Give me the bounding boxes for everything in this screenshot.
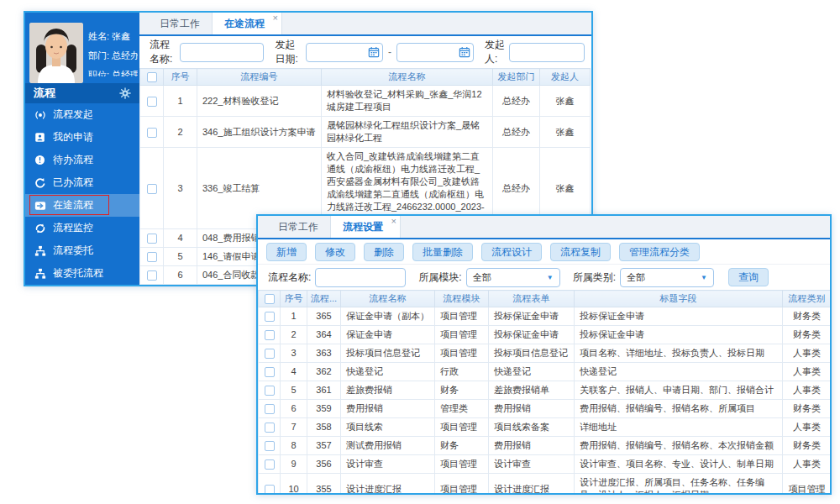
process-settings-window: 日常工作 流程设置 × 新增 修改 删除 批量删除 流程设计 流程复制 管理流程… bbox=[256, 214, 832, 495]
user-info: 姓名: 张鑫 部门: 总经办 职位: 总经理 bbox=[88, 23, 138, 76]
cell-name: 保证金申请 bbox=[341, 326, 435, 344]
checkbox-cell bbox=[140, 148, 164, 229]
select-all-checkbox[interactable] bbox=[265, 294, 275, 304]
gear-icon[interactable] bbox=[119, 87, 131, 99]
cell-name: 保证金申请（副本） bbox=[341, 307, 435, 326]
tab-daily-work[interactable]: 日常工作 bbox=[148, 13, 212, 34]
table-row[interactable]: 6359费用报销管理类费用报销费用报销、报销编号、报销名称、所属项目财务类 bbox=[259, 400, 832, 418]
cell-form: 投标项目信息登记 bbox=[489, 344, 575, 363]
cell-seq: 2 bbox=[164, 117, 197, 148]
process-name-input[interactable] bbox=[315, 268, 406, 287]
calendar-icon[interactable] bbox=[459, 46, 470, 58]
row-checkbox[interactable] bbox=[265, 367, 275, 377]
batch-delete-button[interactable]: 批量删除 bbox=[412, 243, 473, 261]
table-row[interactable]: 4362快递登记行政快递登记快递登记人事类 bbox=[259, 363, 832, 381]
sidebar-item-my-applications[interactable]: 我的申请 bbox=[25, 126, 139, 149]
row-checkbox[interactable] bbox=[147, 128, 157, 138]
category-select[interactable]: 全部 ▼ bbox=[620, 268, 714, 287]
sidebar-section-header: 流程 bbox=[25, 83, 139, 103]
cell-form: 投标保证金申请 bbox=[489, 307, 575, 326]
row-checkbox[interactable] bbox=[265, 423, 275, 433]
row-checkbox[interactable] bbox=[147, 234, 157, 244]
exclamation-circle-icon bbox=[34, 155, 46, 166]
row-checkbox[interactable] bbox=[265, 404, 275, 414]
tab-label: 流程设置 bbox=[343, 220, 383, 234]
row-checkbox[interactable] bbox=[147, 270, 157, 281]
module-label: 所属模块: bbox=[418, 270, 461, 285]
tab-daily-work[interactable]: 日常工作 bbox=[266, 216, 330, 238]
cell-code: 361 bbox=[307, 381, 341, 400]
add-button[interactable]: 新增 bbox=[266, 243, 307, 261]
col-process-code: 流程... bbox=[307, 291, 341, 307]
table-row[interactable]: 5361差旅费报销财务差旅费报销单关联客户、报销人、申请日期、部门、报销合计人事… bbox=[259, 381, 832, 400]
checkbox-cell bbox=[140, 229, 164, 248]
checkbox-cell bbox=[259, 381, 281, 400]
cell-form: 设计进度汇报 bbox=[489, 474, 575, 495]
process-copy-button[interactable]: 流程复制 bbox=[550, 243, 611, 261]
row-checkbox[interactable] bbox=[147, 97, 157, 107]
checkbox-cell bbox=[259, 418, 281, 437]
cell-name: 晟铭园林绿化工程组织设计方案_晟铭园林绿化工程 bbox=[322, 117, 493, 148]
cell-title_fields: 费用报销、报销编号、报销名称、本次报销金额 bbox=[575, 437, 783, 455]
manage-categories-button[interactable]: 管理流程分类 bbox=[619, 243, 700, 261]
close-icon[interactable]: × bbox=[391, 217, 396, 226]
checkbox-cell bbox=[259, 474, 281, 495]
initiator-input[interactable] bbox=[509, 43, 585, 62]
row-checkbox[interactable] bbox=[265, 312, 275, 322]
query-button[interactable]: 查询 bbox=[728, 268, 769, 286]
close-icon[interactable]: × bbox=[273, 13, 278, 23]
search-filters: 流程名称: 发起日期: - bbox=[139, 36, 591, 68]
process-design-button[interactable]: 流程设计 bbox=[481, 243, 542, 261]
cell-code: 222_材料验收登记 bbox=[197, 86, 322, 117]
cell-code: 365 bbox=[307, 307, 341, 326]
process-name-input[interactable] bbox=[180, 43, 264, 62]
sidebar-item-process-initiate[interactable]: 流程发起 bbox=[25, 103, 139, 126]
table-row[interactable]: 1222_材料验收登记材料验收登记_材料采购_张鑫_华润12城房建工程项目总经办… bbox=[140, 86, 591, 117]
delete-button[interactable]: 删除 bbox=[364, 243, 404, 261]
cell-category: 财务类 bbox=[783, 307, 832, 326]
col-process-name: 流程名称 bbox=[322, 69, 493, 86]
row-checkbox[interactable] bbox=[147, 184, 157, 194]
table-row[interactable]: 1365保证金申请（副本）项目管理投标保证金申请投标保证金申请财务类 bbox=[259, 307, 832, 326]
row-checkbox[interactable] bbox=[147, 252, 157, 262]
edit-button[interactable]: 修改 bbox=[315, 243, 355, 261]
sidebar-item-todo-processes[interactable]: 待办流程 bbox=[25, 149, 139, 171]
checkbox-cell bbox=[259, 437, 281, 455]
table-row[interactable]: 7358项目线索项目管理项目线索备案详细地址人事类 bbox=[259, 418, 832, 437]
select-all-checkbox[interactable] bbox=[147, 72, 157, 82]
sidebar-item-process-monitor[interactable]: 流程监控 bbox=[25, 217, 139, 239]
row-checkbox[interactable] bbox=[265, 459, 275, 470]
table-row[interactable]: 9356设计审查项目管理设计审查设计审查、项目名称、专业、设计人、制单日期人事类 bbox=[259, 455, 832, 474]
sidebar-item-done-processes[interactable]: 已办流程 bbox=[25, 171, 139, 194]
row-checkbox[interactable] bbox=[265, 349, 275, 359]
module-select[interactable]: 全部 ▼ bbox=[466, 268, 560, 287]
row-checkbox[interactable] bbox=[265, 441, 275, 451]
tab-in-transit[interactable]: 在途流程 × bbox=[212, 13, 282, 34]
cell-module: 项目管理 bbox=[435, 455, 489, 474]
sidebar-item-delegated-processes[interactable]: 被委托流程 bbox=[25, 262, 139, 285]
row-checkbox[interactable] bbox=[265, 386, 275, 396]
table-row[interactable]: 10355设计进度汇报项目管理设计进度汇报设计进度汇报、所属项目、任务名称、任务… bbox=[259, 474, 832, 495]
process-settings-table: 序号 流程... 流程名称 流程模块 流程表单 标题字段 流程类别 1365保证… bbox=[258, 290, 832, 495]
cell-code: 358 bbox=[307, 418, 341, 437]
calendar-icon[interactable] bbox=[368, 46, 380, 58]
select-all-cell bbox=[140, 69, 164, 86]
cell-seq: 4 bbox=[281, 363, 307, 381]
table-row[interactable]: 2364保证金申请项目管理投标保证金申请投标保证金申请财务类 bbox=[259, 326, 832, 344]
row-checkbox[interactable] bbox=[265, 485, 275, 495]
cell-seq: 3 bbox=[164, 148, 197, 229]
table-row[interactable]: 8357测试费用报销财务费用报销费用报销、报销编号、报销名称、本次报销金额财务类 bbox=[259, 437, 832, 455]
row-checkbox[interactable] bbox=[265, 330, 275, 340]
sidebar-item-in-transit-processes[interactable]: 在途流程 bbox=[25, 194, 139, 217]
table-row[interactable]: 3363投标项目信息登记项目管理投标项目信息登记项目名称、详细地址、投标负责人、… bbox=[259, 344, 832, 363]
cell-module: 行政 bbox=[435, 363, 489, 381]
sidebar-item-process-delegate[interactable]: 流程委托 bbox=[25, 239, 139, 262]
sidebar-menu: 流程发起 我的申请 待办流程 bbox=[25, 103, 139, 285]
sidebar-item-label: 流程发起 bbox=[53, 108, 93, 122]
checkbox-cell bbox=[259, 363, 281, 381]
tab-process-settings[interactable]: 流程设置 × bbox=[330, 216, 401, 238]
table-row[interactable]: 2346_施工组织设计方案申请晟铭园林绿化工程组织设计方案_晟铭园林绿化工程总经… bbox=[140, 117, 591, 148]
table-header-row: 序号 流程编号 流程名称 发起部门 发起人 bbox=[140, 69, 591, 86]
cell-seq: 4 bbox=[164, 229, 197, 248]
col-process-category: 流程类别 bbox=[783, 291, 832, 307]
